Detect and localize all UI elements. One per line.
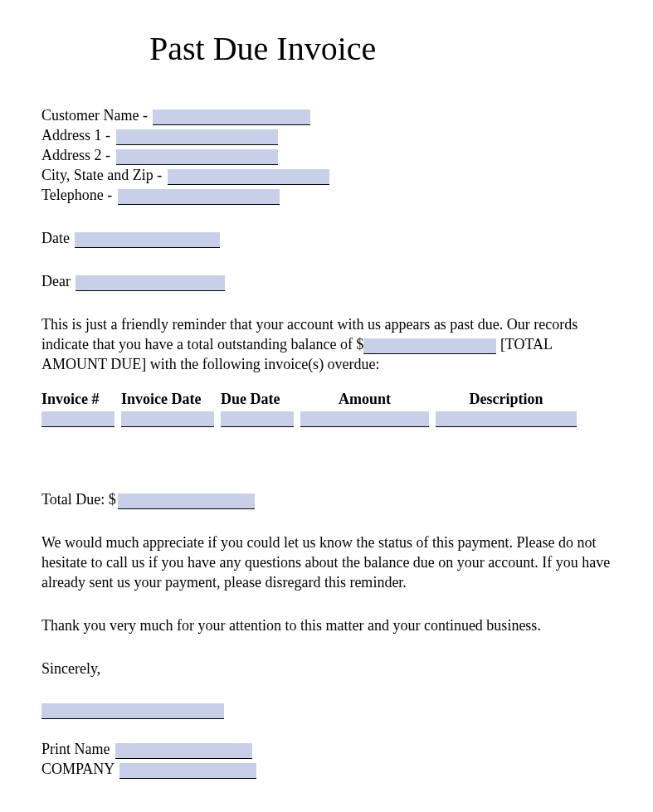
customer-name-label: Customer Name - xyxy=(41,107,148,124)
th-invoice-date: Invoice Date xyxy=(121,391,214,408)
invoice-table-header: Invoice # Invoice Date Due Date Amount D… xyxy=(41,391,612,408)
dear-label: Dear xyxy=(41,273,71,289)
total-due-input[interactable] xyxy=(118,494,255,509)
cell-description[interactable] xyxy=(436,411,577,427)
address1-label: Address 1 - xyxy=(41,127,110,143)
customer-name-input[interactable] xyxy=(153,109,310,125)
citystatezip-input[interactable] xyxy=(168,169,329,185)
address1-row: Address 1 - xyxy=(41,125,612,145)
cell-invoice-date[interactable] xyxy=(121,411,214,427)
th-description: Description xyxy=(436,391,577,408)
invoice-page: Past Due Invoice Customer Name - Address… xyxy=(0,0,653,812)
address2-row: Address 2 - xyxy=(41,145,612,165)
page-title: Past Due Invoice xyxy=(149,29,612,68)
th-invoice-num: Invoice # xyxy=(41,391,115,408)
date-label: Date xyxy=(41,230,70,246)
th-due-date: Due Date xyxy=(221,391,294,408)
th-amount: Amount xyxy=(300,391,429,408)
date-row: Date xyxy=(41,228,612,248)
telephone-row: Telephone - xyxy=(41,185,612,205)
invoice-table-row xyxy=(41,411,612,427)
total-due-row: Total Due: $ xyxy=(41,489,612,509)
cell-invoice-num[interactable] xyxy=(41,411,115,427)
dear-input[interactable] xyxy=(76,275,225,291)
body-paragraph-3: Thank you very much for your attention t… xyxy=(41,615,612,635)
signature-input[interactable] xyxy=(41,703,224,719)
telephone-label: Telephone - xyxy=(41,187,112,203)
signature-row xyxy=(41,678,612,722)
citystatezip-label: City, State and Zip - xyxy=(41,167,162,183)
total-due-label: Total Due: $ xyxy=(41,491,116,508)
company-input[interactable] xyxy=(119,763,256,779)
dear-row: Dear xyxy=(41,271,612,291)
print-name-label: Print Name xyxy=(41,741,110,757)
body-paragraph-2: We would much appreciate if you could le… xyxy=(41,532,612,592)
cell-amount[interactable] xyxy=(300,411,429,427)
print-name-input[interactable] xyxy=(115,743,252,759)
total-amount-input[interactable] xyxy=(363,338,496,354)
company-label: COMPANY xyxy=(41,761,115,777)
date-input[interactable] xyxy=(75,232,220,248)
sincerely-label: Sincerely, xyxy=(41,659,612,678)
customer-name-row: Customer Name - xyxy=(41,105,612,125)
citystatezip-row: City, State and Zip - xyxy=(41,165,612,185)
cell-due-date[interactable] xyxy=(221,411,294,427)
body-paragraph-1: This is just a friendly reminder that yo… xyxy=(41,314,612,374)
print-name-row: Print Name xyxy=(41,739,612,759)
address1-input[interactable] xyxy=(116,129,278,145)
company-row: COMPANY xyxy=(41,759,612,779)
telephone-input[interactable] xyxy=(118,189,280,205)
address2-input[interactable] xyxy=(116,149,278,165)
address2-label: Address 2 - xyxy=(41,147,110,163)
